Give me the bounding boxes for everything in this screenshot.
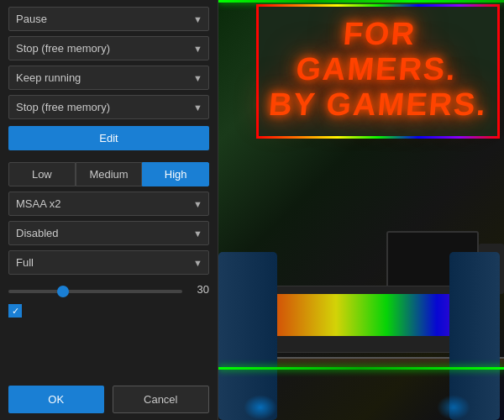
keep-running-dropdown[interactable]: Keep running [8, 66, 209, 90]
stop-free-dropdown-2[interactable]: Stop (free memory) [8, 95, 209, 119]
keep-running-dropdown-row: Keep running ▼ [8, 66, 209, 90]
led-strip-bottom [218, 367, 504, 370]
quality-slider[interactable] [8, 290, 182, 293]
slider-value-label: 30 [189, 283, 209, 296]
ok-button[interactable]: OK [8, 386, 104, 413]
slider-container [8, 283, 182, 296]
msaa-dropdown-row: MSAA x2 ▼ [8, 192, 209, 216]
stop-free-dropdown-1[interactable]: Stop (free memory) [8, 36, 209, 60]
quality-high-button[interactable]: High [142, 162, 209, 186]
checkbox-row: ✓ [8, 304, 209, 318]
stop-free-dropdown-row-2: Stop (free memory) ▼ [8, 95, 209, 119]
neon-text-line1: FOR GAMERS. [257, 17, 498, 87]
pause-dropdown[interactable]: Pause [8, 7, 209, 31]
slider-row: 30 [8, 283, 209, 296]
quality-low-button[interactable]: Low [8, 162, 76, 186]
quality-medium-button[interactable]: Medium [76, 162, 143, 186]
bottom-action-row: OK Cancel [8, 377, 209, 413]
checkmark-icon: ✓ [12, 306, 19, 317]
stop-free-dropdown-row-1: Stop (free memory) ▼ [8, 36, 209, 60]
floor-light-left [244, 395, 277, 420]
full-dropdown-row: Full ▼ [8, 250, 209, 275]
gaming-background: FOR GAMERS. BY GAMERS. [218, 0, 504, 420]
gaming-image-panel: FOR GAMERS. BY GAMERS. [218, 0, 504, 420]
neon-sign: FOR GAMERS. BY GAMERS. [260, 17, 496, 122]
floor-light-right [437, 395, 470, 420]
pause-dropdown-row: Pause ▼ [8, 7, 209, 31]
enable-checkbox[interactable]: ✓ [8, 304, 22, 318]
disabled-dropdown-row: Disabled ▼ [8, 221, 209, 245]
quality-preset-row: Low Medium High [8, 162, 209, 186]
settings-panel: Pause ▼ Stop (free memory) ▼ Keep runnin… [0, 0, 218, 420]
neon-text-line2: BY GAMERS. [259, 87, 497, 123]
edit-button[interactable]: Edit [8, 126, 209, 150]
cancel-button[interactable]: Cancel [113, 386, 210, 413]
full-dropdown[interactable]: Full [8, 250, 209, 275]
led-strip-top [218, 0, 504, 3]
disabled-dropdown[interactable]: Disabled [8, 221, 209, 245]
msaa-dropdown[interactable]: MSAA x2 [8, 192, 209, 216]
